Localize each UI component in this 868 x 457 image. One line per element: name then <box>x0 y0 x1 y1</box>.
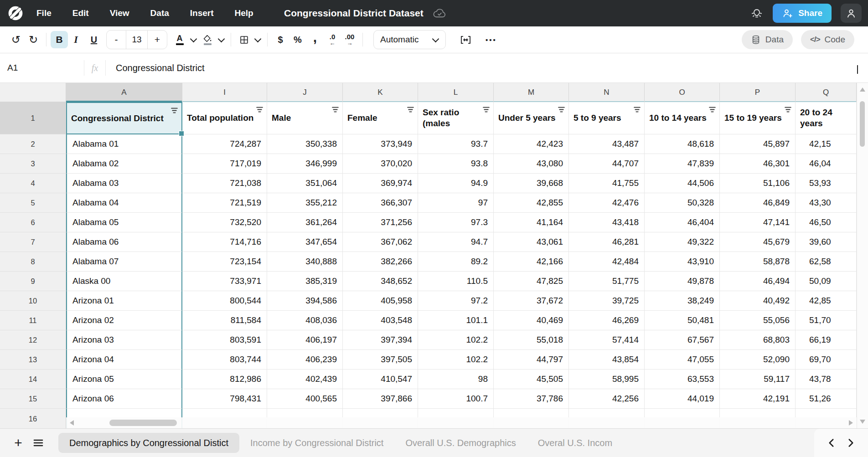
next-sheet-button[interactable] <box>848 438 854 447</box>
sheet-tab-1[interactable]: Demographics by Congressional Distict <box>58 433 239 453</box>
cell-P12[interactable]: 68,803 <box>720 330 796 350</box>
previous-sheet-button[interactable] <box>828 438 834 447</box>
filter-icon[interactable] <box>708 106 716 113</box>
cell-P3[interactable]: 46,301 <box>720 154 796 174</box>
horizontal-scrollbar-thumb[interactable] <box>109 420 177 426</box>
scroll-up-arrow[interactable] <box>860 87 865 92</box>
add-sheet-button[interactable]: + <box>8 433 28 453</box>
header-cell-Q1[interactable]: 20 to 24 years <box>796 102 857 134</box>
column-header-A[interactable]: A <box>66 83 182 102</box>
row-header-8[interactable]: 8 <box>0 252 66 272</box>
cell-I13[interactable]: 803,744 <box>182 350 267 370</box>
row-header-4[interactable]: 4 <box>0 174 66 193</box>
cell-I9[interactable]: 733,971 <box>182 272 267 291</box>
cell-J7[interactable]: 347,654 <box>267 232 343 252</box>
decrease-font-size-button[interactable]: - <box>107 31 126 49</box>
percent-format-button[interactable]: % <box>289 31 306 48</box>
cell-N6[interactable]: 43,418 <box>569 213 645 232</box>
cell-K11[interactable]: 403,548 <box>343 311 418 330</box>
filter-icon[interactable] <box>256 106 264 113</box>
italic-button[interactable]: I <box>68 31 85 48</box>
row-header-10[interactable]: 10 <box>0 291 66 311</box>
cell-A11[interactable]: Arizona 02 <box>66 311 182 330</box>
formula-input[interactable]: Congressional District <box>106 63 205 73</box>
cell-O11[interactable]: 50,481 <box>645 311 720 330</box>
vertical-scrollbar[interactable] <box>857 83 868 428</box>
cell-P10[interactable]: 40,492 <box>720 291 796 311</box>
header-cell-M1[interactable]: Under 5 years <box>494 102 569 134</box>
cell-M6[interactable]: 41,164 <box>494 213 569 232</box>
cell-A12[interactable]: Arizona 03 <box>66 330 182 350</box>
cell-P4[interactable]: 51,106 <box>720 174 796 193</box>
cell-A7[interactable]: Alabama 06 <box>66 232 182 252</box>
cell-P14[interactable]: 59,117 <box>720 370 796 389</box>
header-cell-L1[interactable]: Sex ratio (males <box>418 102 494 134</box>
cell-O7[interactable]: 49,322 <box>645 232 720 252</box>
cell-O13[interactable]: 47,055 <box>645 350 720 370</box>
cell-J13[interactable]: 406,239 <box>267 350 343 370</box>
fit-columns-button[interactable] <box>457 31 474 48</box>
cell-K3[interactable]: 370,020 <box>343 154 418 174</box>
sheet-tab-4[interactable]: Overal U.S. Incom <box>527 433 623 453</box>
scroll-right-arrow[interactable] <box>849 420 853 426</box>
cell-L8[interactable]: 89.2 <box>418 252 494 272</box>
app-logo[interactable] <box>7 5 24 21</box>
cell-A14[interactable]: Arizona 05 <box>66 370 182 389</box>
text-color-button[interactable]: A <box>171 31 188 48</box>
decrease-decimal-button[interactable]: .0 ← <box>324 31 341 48</box>
cell-Q14[interactable]: 43,78 <box>796 370 857 389</box>
header-cell-A1[interactable]: Congressional District <box>66 102 182 134</box>
cell-K14[interactable]: 410,547 <box>343 370 418 389</box>
borders-dropdown[interactable] <box>253 38 263 41</box>
cell-K8[interactable]: 382,266 <box>343 252 418 272</box>
cell-O2[interactable]: 48,618 <box>645 134 720 154</box>
cell-P9[interactable]: 46,494 <box>720 272 796 291</box>
cell-P13[interactable]: 52,090 <box>720 350 796 370</box>
cell-P8[interactable]: 58,878 <box>720 252 796 272</box>
row-header-16[interactable]: 16 <box>0 409 66 428</box>
cell-M8[interactable]: 42,166 <box>494 252 569 272</box>
column-header-Q[interactable]: Q <box>796 83 857 102</box>
cell-I5[interactable]: 721,519 <box>182 193 267 213</box>
column-header-N[interactable]: N <box>569 83 645 102</box>
cell-N14[interactable]: 58,995 <box>569 370 645 389</box>
cell-N15[interactable]: 42,256 <box>569 389 645 409</box>
cell-L2[interactable]: 93.7 <box>418 134 494 154</box>
cell-K9[interactable]: 348,652 <box>343 272 418 291</box>
cell-L14[interactable]: 98 <box>418 370 494 389</box>
cell-L15[interactable]: 100.7 <box>418 389 494 409</box>
menu-insert[interactable]: Insert <box>190 8 214 18</box>
thousands-separator-button[interactable]: , <box>306 31 324 48</box>
cell-O14[interactable]: 63,553 <box>645 370 720 389</box>
cell-A6[interactable]: Alabama 05 <box>66 213 182 232</box>
cell-Q11[interactable]: 51,70 <box>796 311 857 330</box>
column-header-O[interactable]: O <box>645 83 720 102</box>
cell-N13[interactable]: 43,854 <box>569 350 645 370</box>
cell-A4[interactable]: Alabama 03 <box>66 174 182 193</box>
cell-M11[interactable]: 40,469 <box>494 311 569 330</box>
cell-L13[interactable]: 102.2 <box>418 350 494 370</box>
cell-O9[interactable]: 49,878 <box>645 272 720 291</box>
cell-I15[interactable]: 798,431 <box>182 389 267 409</box>
row-header-6[interactable]: 6 <box>0 213 66 232</box>
row-header-14[interactable]: 14 <box>0 370 66 389</box>
cell-J9[interactable]: 385,319 <box>267 272 343 291</box>
row-header-3[interactable]: 3 <box>0 154 66 174</box>
cell-A3[interactable]: Alabama 02 <box>66 154 182 174</box>
cell-N5[interactable]: 42,476 <box>569 193 645 213</box>
cell-Q10[interactable]: 42,85 <box>796 291 857 311</box>
cell-N12[interactable]: 57,414 <box>569 330 645 350</box>
column-header-I[interactable]: I <box>182 83 267 102</box>
cell-M3[interactable]: 43,080 <box>494 154 569 174</box>
header-cell-N1[interactable]: 5 to 9 years <box>569 102 645 134</box>
cell-N4[interactable]: 41,755 <box>569 174 645 193</box>
cell-M13[interactable]: 44,797 <box>494 350 569 370</box>
cell-Q8[interactable]: 62,58 <box>796 252 857 272</box>
sheet-list-button[interactable] <box>28 433 48 453</box>
cell-L9[interactable]: 110.5 <box>418 272 494 291</box>
cell-K10[interactable]: 405,958 <box>343 291 418 311</box>
cell-M12[interactable]: 55,018 <box>494 330 569 350</box>
number-format-dropdown[interactable]: Automatic <box>373 30 446 49</box>
row-header-13[interactable]: 13 <box>0 350 66 370</box>
column-header-J[interactable]: J <box>267 83 343 102</box>
